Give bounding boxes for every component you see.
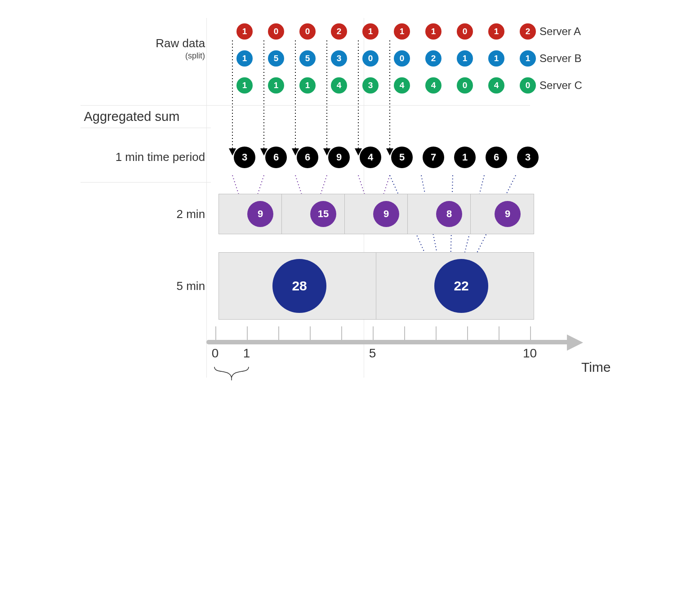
- datapoint: 1: [299, 77, 316, 94]
- datapoint: 1: [236, 77, 253, 94]
- datapoint: 1: [488, 23, 504, 40]
- datapoint: 2: [331, 23, 347, 40]
- label-server-c: Server C: [531, 79, 620, 92]
- agg-point: 9: [328, 147, 350, 168]
- tick-0: 0: [212, 346, 219, 361]
- row-2min: 9 15 9 8 9: [218, 194, 531, 234]
- row-server-b: 1 5 5 3 0 0 2 1 1 1: [218, 45, 531, 72]
- agg-point: 7: [423, 147, 444, 168]
- datapoint: 1: [394, 23, 410, 40]
- label-time: Time: [581, 360, 611, 375]
- datapoint: 1: [425, 23, 441, 40]
- agg-point: 6: [297, 147, 318, 168]
- label-1min: 1 min time period: [116, 150, 205, 164]
- aggregation-diagram: Raw data (split) 1 0 0 2 1 1 1 0 1 2 Ser…: [80, 18, 620, 362]
- agg-point: 8: [436, 201, 462, 227]
- row-1min: 3 6 6 9 4 5 7 1 6 3: [218, 144, 531, 171]
- datapoint: 1: [236, 50, 253, 67]
- datapoint: 1: [362, 23, 379, 40]
- agg-point: 9: [373, 201, 399, 227]
- agg-point: 4: [360, 147, 381, 168]
- agg-point: 15: [310, 201, 336, 227]
- datapoint: 1: [520, 50, 536, 67]
- datapoint: 0: [457, 23, 473, 40]
- agg-point: 22: [434, 259, 488, 313]
- datapoint: 3: [362, 77, 379, 94]
- datapoint: 5: [299, 50, 316, 67]
- agg-point: 9: [495, 201, 521, 227]
- agg-point: 6: [265, 147, 287, 168]
- agg-point: 1: [454, 147, 476, 168]
- row-5min: 28 22: [218, 252, 531, 320]
- divider: [80, 182, 211, 183]
- label-2min: 2 min: [177, 207, 205, 221]
- agg-point: 3: [517, 147, 539, 168]
- label-server-a: Server A: [531, 25, 620, 38]
- datapoint: 2: [425, 50, 441, 67]
- datapoint: 1: [457, 50, 473, 67]
- divider: [80, 128, 211, 128]
- label-aggregated-sum: Aggregated sum: [80, 106, 620, 128]
- datapoint: 0: [394, 50, 410, 67]
- datapoint: 2: [520, 23, 536, 40]
- datapoint: 4: [331, 77, 347, 94]
- brace-icon: [213, 365, 253, 380]
- datapoint: 1: [488, 50, 504, 67]
- datapoint: 1: [268, 77, 284, 94]
- row-server-c: 1 1 1 4 3 4 4 0 4 0: [218, 72, 531, 99]
- arrow-icon: [567, 334, 583, 351]
- datapoint: 3: [331, 50, 347, 67]
- datapoint: 0: [520, 77, 536, 94]
- datapoint: 5: [268, 50, 284, 67]
- agg-point: 28: [272, 259, 326, 313]
- datapoint: 0: [457, 77, 473, 94]
- datapoint: 0: [362, 50, 379, 67]
- row-server-a: 1 0 0 2 1 1 1 0 1 2: [218, 18, 531, 45]
- datapoint: 4: [488, 77, 504, 94]
- label-5min: 5 min: [177, 279, 205, 293]
- datapoint: 4: [394, 77, 410, 94]
- label-server-b: Server B: [531, 52, 620, 65]
- tick-10: 10: [523, 346, 537, 361]
- agg-point: 9: [247, 201, 273, 227]
- datapoint: 4: [425, 77, 441, 94]
- agg-point: 6: [486, 147, 507, 168]
- agg-point: 3: [234, 147, 255, 168]
- agg-point: 5: [391, 147, 413, 168]
- datapoint: 0: [299, 23, 316, 40]
- datapoint: 1: [236, 23, 253, 40]
- tick-5: 5: [369, 346, 376, 361]
- datapoint: 0: [268, 23, 284, 40]
- tick-1: 1: [243, 346, 250, 361]
- time-axis: 0 1 5 10 Time: [206, 322, 575, 362]
